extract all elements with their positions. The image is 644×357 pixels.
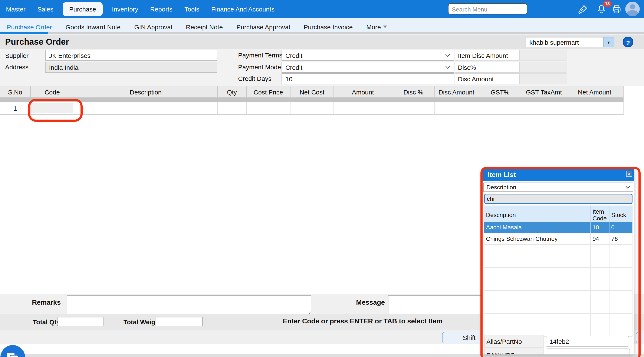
item-disc-amount-label: Item Disc Amount: [455, 50, 520, 61]
items-table-cell[interactable]: [290, 102, 334, 114]
total-weight-input[interactable]: [155, 317, 203, 326]
items-table-cell[interactable]: [392, 102, 435, 114]
item-list-cell: [591, 325, 610, 336]
chevron-down-icon: [445, 65, 450, 69]
items-table-header-cell[interactable]: GST TaxAmt: [522, 86, 566, 97]
purchase-order-page: Master Sales Purchase Inventory Reports …: [0, 0, 644, 357]
subnav-tab-receipt-note[interactable]: Receipt Note: [186, 23, 223, 30]
items-table-cell[interactable]: [334, 102, 392, 114]
user-avatar[interactable]: [625, 2, 640, 16]
item-list-search-input[interactable]: chi: [484, 194, 632, 204]
top-nav-item-master[interactable]: Master: [6, 5, 26, 13]
item-list-cell: [591, 291, 610, 302]
subnav-tab-purchase-invoice[interactable]: Purchase Invoice: [304, 23, 353, 30]
item-list-row[interactable]: [484, 314, 632, 325]
item-list-row[interactable]: [484, 245, 632, 256]
item-list-cell: Chings Schezwan Chutney: [484, 233, 591, 244]
subnav-tab-more[interactable]: More: [366, 23, 387, 30]
items-table-cell[interactable]: 1: [0, 102, 31, 114]
top-nav-item-sales[interactable]: Sales: [38, 5, 54, 13]
chevron-down-icon: [445, 54, 450, 57]
items-table-header-cell[interactable]: Code: [31, 86, 74, 97]
items-table-header-cell[interactable]: Description: [74, 86, 218, 97]
items-table-cell[interactable]: [218, 102, 246, 114]
items-table-cell[interactable]: [566, 102, 624, 114]
items-table-cell[interactable]: [435, 102, 478, 114]
close-icon[interactable]: x: [626, 171, 632, 177]
item-list-cell: [610, 291, 632, 302]
items-table-header-cell[interactable]: S.No: [0, 86, 31, 97]
payment-mode-select[interactable]: Credit: [282, 62, 454, 73]
items-table-header-cell[interactable]: Net Cost: [290, 86, 334, 97]
store-selector-arrow-icon[interactable]: ▼: [603, 37, 614, 47]
text-cursor: [495, 196, 496, 202]
items-table-header-cell[interactable]: Disc Amount: [435, 86, 478, 97]
partial-button-right-edge[interactable]: [636, 332, 644, 343]
item-list-row[interactable]: [484, 256, 632, 268]
active-tab-underline: [0, 32, 48, 34]
subnav-tab-purchase-approval[interactable]: Purchase Approval: [236, 23, 290, 30]
item-list-cell: [591, 279, 610, 290]
item-list-row[interactable]: [484, 268, 632, 279]
items-table-cell[interactable]: [74, 102, 218, 114]
item-list-filter-select[interactable]: Description: [484, 183, 633, 192]
item-list-filter-value: Description: [486, 184, 516, 191]
item-list-cell: [484, 325, 591, 336]
top-nav-item-tools[interactable]: Tools: [184, 5, 199, 13]
chat-fab[interactable]: [0, 345, 25, 357]
top-nav-item-purchase[interactable]: Purchase: [63, 2, 103, 16]
item-list-row[interactable]: Aachi Masala100: [484, 222, 632, 233]
items-table-cell[interactable]: [478, 102, 522, 114]
chat-bubbles-icon: [6, 351, 20, 357]
print-icon[interactable]: [612, 4, 622, 14]
top-nav-item-reports[interactable]: Reports: [150, 5, 172, 13]
help-icon[interactable]: ?: [623, 36, 633, 47]
items-table-header-cell[interactable]: GST%: [478, 86, 522, 97]
subnav-tab-purchase-order[interactable]: Purchase Order: [7, 23, 52, 30]
credit-days-input[interactable]: 10: [282, 73, 454, 84]
item-list-cell: [591, 268, 610, 279]
item-list-cell: [484, 245, 591, 256]
item-list-row[interactable]: [484, 279, 632, 291]
remarks-textarea[interactable]: [67, 295, 311, 315]
item-list-cell: [610, 325, 632, 336]
item-list-row[interactable]: [484, 291, 632, 302]
alias-partno-label: Alias/PartNo: [484, 335, 544, 348]
items-table-header-cell[interactable]: Cost Price: [246, 86, 290, 97]
top-nav: Master Sales Purchase Inventory Reports …: [0, 0, 644, 18]
top-nav-item-inventory[interactable]: Inventory: [112, 5, 138, 13]
top-nav-item-finance-and-accounts[interactable]: Finance And Accounts: [211, 5, 274, 13]
item-list-row[interactable]: [484, 302, 632, 314]
items-table-header-cell[interactable]: Amount: [334, 86, 392, 97]
subnav-tab-goods-inward-note[interactable]: Goods Inward Note: [66, 23, 121, 30]
item-list-cell: [591, 245, 610, 256]
payment-mode-label: Payment Mode: [238, 63, 281, 71]
items-table-cell[interactable]: [246, 102, 290, 114]
subnav-scrollbar[interactable]: [48, 32, 644, 34]
item-list-row[interactable]: Chings Schezwan Chutney9476: [484, 233, 632, 245]
alias-partno-input[interactable]: 14feb2: [546, 336, 629, 347]
ean-upc-input[interactable]: [546, 349, 630, 355]
code-cell-input[interactable]: [31, 103, 73, 113]
items-table-header-cell[interactable]: Net Amount: [566, 86, 624, 97]
item-list-cell: 10: [591, 222, 610, 233]
search-menu-input[interactable]: Search Menu: [448, 3, 527, 14]
items-table-cell[interactable]: [522, 102, 566, 114]
total-qty-input[interactable]: [58, 317, 104, 326]
more-label: More: [366, 23, 381, 30]
items-table-header-cell[interactable]: Disc %: [392, 86, 435, 97]
items-table-cell[interactable]: [31, 102, 74, 114]
item-list-cell: [484, 279, 591, 290]
subnav-tab-gin-approval[interactable]: GIN Approval: [134, 23, 172, 30]
items-table-row: 1: [0, 102, 624, 115]
payment-terms-label: Payment Terms: [238, 51, 282, 59]
store-selector[interactable]: khabib supermart: [526, 37, 603, 47]
item-list-search-value: chi: [487, 195, 494, 202]
item-list-cell: 94: [591, 233, 610, 244]
theme-brush-icon[interactable]: [578, 4, 588, 14]
item-list-cell: [610, 314, 632, 325]
supplier-input[interactable]: JK Enterprises: [45, 50, 217, 61]
items-table-header-cell[interactable]: Qty: [218, 86, 246, 97]
item-list-cell: 76: [610, 233, 632, 244]
payment-terms-select[interactable]: Credit: [282, 50, 454, 61]
